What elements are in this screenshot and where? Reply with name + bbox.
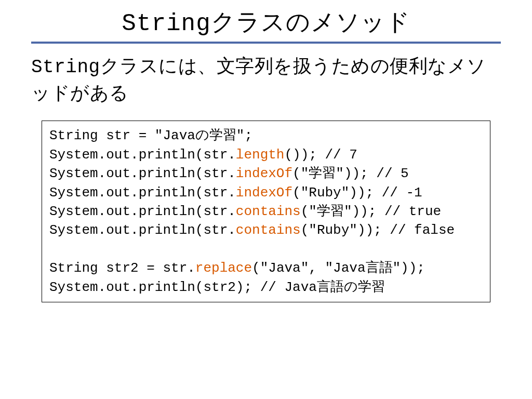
code-line: System.out.println(str. — [49, 222, 236, 238]
code-line: System.out.println(str2); // Java言語の学習 — [49, 280, 385, 295]
slide-description: Stringクラスには、文字列を扱うための便利なメソッドがある — [31, 54, 501, 108]
code-line: String str = "Javaの学習"; — [49, 128, 252, 143]
method-highlight: length — [236, 147, 285, 163]
method-highlight: indexOf — [236, 166, 292, 181]
code-line: System.out.println(str. — [49, 204, 236, 219]
title-underline — [31, 42, 501, 44]
method-highlight: contains — [236, 222, 301, 238]
code-line: String str2 = str. — [49, 260, 195, 276]
code-line: ("Java", "Java言語")); — [252, 260, 425, 276]
method-highlight: contains — [236, 204, 301, 219]
code-line: System.out.println(str. — [49, 147, 236, 163]
code-line: System.out.println(str. — [49, 166, 236, 181]
slide-title: Stringクラスのメソッド — [31, 6, 501, 38]
code-line: System.out.println(str. — [49, 185, 236, 201]
method-highlight: replace — [195, 260, 252, 276]
code-line: ("Ruby")); // false — [301, 222, 455, 238]
code-line: ("Ruby")); // -1 — [292, 185, 422, 201]
code-line: ("学習")); // 5 — [292, 166, 409, 181]
code-block: String str = "Javaの学習"; System.out.print… — [42, 121, 490, 302]
code-line: ("学習")); // true — [301, 204, 441, 219]
code-line: ()); // 7 — [284, 147, 357, 163]
method-highlight: indexOf — [236, 185, 292, 201]
slide: Stringクラスのメソッド Stringクラスには、文字列を扱うための便利なメ… — [0, 0, 532, 399]
